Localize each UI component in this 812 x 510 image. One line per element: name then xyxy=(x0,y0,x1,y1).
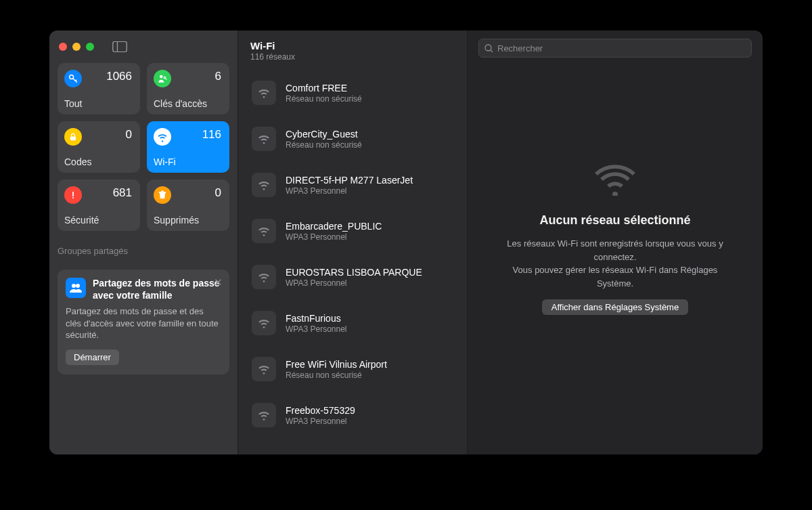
share-promo-card: ✕ Partagez des mots de passe avec votre … xyxy=(58,270,229,375)
svg-line-4 xyxy=(76,80,77,81)
network-name: Embarcadere_PUBLIC xyxy=(286,221,382,232)
svg-point-5 xyxy=(160,75,163,79)
list-subtitle: 116 réseaux xyxy=(250,52,455,62)
lock-icon xyxy=(64,128,82,146)
alert-icon xyxy=(64,186,82,204)
network-security: Réseau non sécurisé xyxy=(286,94,362,104)
close-window-button[interactable] xyxy=(59,43,67,51)
category-count: 681 xyxy=(113,186,132,200)
network-item[interactable]: FastnFuriousWPA3 Personnel xyxy=(246,305,459,341)
share-card-body: Partagez des mots de passe et des clés d… xyxy=(66,305,221,341)
network-security: Réseau non sécurisé xyxy=(286,370,387,380)
network-name: Comfort FREE xyxy=(286,83,362,93)
network-name: DIRECT-5f-HP M277 LaserJet xyxy=(286,175,413,186)
network-security: Réseau non sécurisé xyxy=(286,140,362,150)
wifi-placeholder-icon xyxy=(595,165,635,198)
category-tile-s-curit-[interactable]: 681Sécurité xyxy=(58,179,140,231)
network-name: CyberCity_Guest xyxy=(286,129,362,140)
network-name: Freebox-575329 xyxy=(286,405,355,416)
category-grid: 1066Tout6Clés d'accès0Codes116Wi-Fi681Sé… xyxy=(58,63,229,231)
svg-point-15 xyxy=(76,284,80,288)
wifi-icon xyxy=(154,128,171,146)
category-label: Wi-Fi xyxy=(154,156,176,167)
sidebar: 1066Tout6Clés d'accès0Codes116Wi-Fi681Sé… xyxy=(49,30,238,454)
wifi-icon xyxy=(252,265,276,289)
trash-icon xyxy=(154,186,171,204)
toggle-sidebar-button[interactable] xyxy=(110,40,129,54)
wifi-icon xyxy=(252,311,276,335)
category-count: 6 xyxy=(215,70,221,83)
share-card-title: Partagez des mots de passe avec votre fa… xyxy=(93,278,221,301)
network-item[interactable]: Comfort FREERéseau non sécurisé xyxy=(246,75,459,110)
wifi-icon xyxy=(252,173,276,197)
minimize-window-button[interactable] xyxy=(72,43,81,51)
list-title: Wi-Fi xyxy=(250,40,455,51)
svg-rect-0 xyxy=(113,41,127,51)
person-key-icon xyxy=(154,70,171,87)
wifi-icon xyxy=(252,127,276,151)
svg-point-6 xyxy=(164,77,166,79)
category-count: 1066 xyxy=(106,70,132,83)
svg-line-17 xyxy=(491,50,493,52)
network-name: Free WiFi Vilnius Airport xyxy=(286,359,387,370)
shared-groups-label: Groupes partagés xyxy=(58,246,229,256)
svg-point-16 xyxy=(485,45,491,51)
network-list[interactable]: Comfort FREERéseau non sécuriséCyberCity… xyxy=(238,68,467,454)
svg-rect-13 xyxy=(161,191,164,192)
network-item[interactable]: Embarcadere_PUBLICWPA3 Personnel xyxy=(246,213,459,249)
category-tile-wi-fi[interactable]: 116Wi-Fi xyxy=(147,121,229,173)
passwords-window: 1066Tout6Clés d'accès0Codes116Wi-Fi681Sé… xyxy=(49,30,763,454)
network-security: WPA3 Personnel xyxy=(286,278,422,288)
titlebar xyxy=(58,37,229,63)
wifi-icon xyxy=(252,219,276,243)
close-icon[interactable]: ✕ xyxy=(214,276,223,289)
list-header: Wi-Fi 116 réseaux xyxy=(238,30,467,68)
category-count: 0 xyxy=(126,128,132,142)
category-tile-supprim-s[interactable]: 0Supprimés xyxy=(147,179,229,231)
category-label: Tout xyxy=(64,98,82,109)
svg-point-2 xyxy=(70,75,74,79)
category-tile-tout[interactable]: 1066Tout xyxy=(58,63,140,114)
key-icon xyxy=(64,70,82,87)
network-security: WPA3 Personnel xyxy=(286,232,382,242)
search-input[interactable] xyxy=(497,43,746,54)
category-label: Supprimés xyxy=(154,215,199,226)
svg-rect-12 xyxy=(159,192,166,193)
network-item[interactable]: CyberCity_GuestRéseau non sécurisé xyxy=(246,121,459,156)
search-field[interactable] xyxy=(478,39,752,58)
network-item[interactable]: DIRECT-5f-HP M277 LaserJetWPA3 Personnel xyxy=(246,167,459,203)
category-count: 116 xyxy=(202,128,221,142)
share-start-button[interactable]: Démarrer xyxy=(66,349,119,365)
network-item[interactable]: EUROSTARS LISBOA PARQUEWPA3 Personnel xyxy=(246,259,459,295)
traffic-lights xyxy=(59,43,94,51)
svg-point-11 xyxy=(72,197,74,198)
network-security: WPA3 Personnel xyxy=(286,186,413,196)
category-tile-codes[interactable]: 0Codes xyxy=(58,121,140,173)
wifi-icon xyxy=(252,81,276,105)
wifi-icon xyxy=(252,403,276,427)
detail-title: Aucun réseau sélectionné xyxy=(539,213,690,228)
detail-text-2: Vous pouvez gérer les réseaux Wi-Fi dans… xyxy=(495,263,736,290)
wifi-icon xyxy=(252,357,276,381)
category-tile-cl-s-d-acc-s[interactable]: 6Clés d'accès xyxy=(147,63,229,114)
zoom-window-button[interactable] xyxy=(86,43,94,51)
search-icon xyxy=(484,44,493,53)
family-share-icon xyxy=(66,278,86,298)
network-name: FastnFurious xyxy=(286,313,347,324)
open-system-settings-button[interactable]: Afficher dans Réglages Système xyxy=(542,299,688,315)
detail-text-1: Les réseaux Wi-Fi sont enregistrés lorsq… xyxy=(495,237,736,263)
network-item[interactable]: Freebox-575329WPA3 Personnel xyxy=(246,398,459,433)
network-item[interactable]: Free WiFi Vilnius AirportRéseau non sécu… xyxy=(246,352,459,387)
category-count: 0 xyxy=(215,186,221,200)
svg-point-14 xyxy=(72,284,76,288)
category-label: Clés d'accès xyxy=(154,98,207,109)
category-label: Sécurité xyxy=(64,215,99,226)
network-security: WPA3 Personnel xyxy=(286,417,355,426)
category-label: Codes xyxy=(64,156,91,167)
network-list-column: Wi-Fi 116 réseaux Comfort FREERéseau non… xyxy=(238,30,468,454)
detail-pane: Aucun réseau sélectionné Les réseaux Wi-… xyxy=(468,30,763,454)
svg-line-7 xyxy=(166,79,167,80)
network-name: EUROSTARS LISBOA PARQUE xyxy=(286,267,422,278)
svg-rect-8 xyxy=(70,136,76,140)
network-security: WPA3 Personnel xyxy=(286,324,347,334)
